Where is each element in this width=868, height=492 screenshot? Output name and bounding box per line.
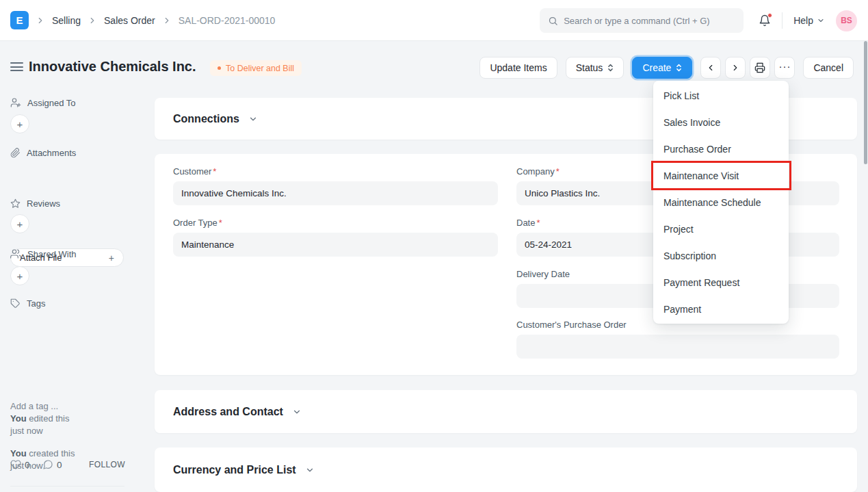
assigned-to-label: Assigned To bbox=[27, 98, 76, 108]
attachments-section: Attachments bbox=[10, 148, 76, 158]
status-dropdown-button[interactable]: Status bbox=[566, 57, 624, 79]
plus-icon: + bbox=[109, 253, 114, 263]
create-dropdown-button[interactable]: Create bbox=[632, 57, 692, 79]
required-marker: * bbox=[556, 166, 560, 177]
navbar: E Selling Sales Order SAL-ORD-2021-00010 bbox=[0, 0, 868, 41]
chevron-left-icon bbox=[706, 63, 715, 73]
search-input[interactable] bbox=[564, 16, 735, 26]
more-menu-button[interactable]: ··· bbox=[774, 57, 795, 79]
customer-label: Customer* bbox=[173, 166, 498, 177]
help-menu[interactable]: Help bbox=[793, 15, 825, 26]
menu-item-purchase-order[interactable]: Purchase Order bbox=[653, 135, 789, 162]
status-badge: To Deliver and Bill bbox=[210, 60, 302, 76]
activity-action: edited this bbox=[29, 413, 69, 424]
connections-title: Connections bbox=[173, 113, 239, 125]
reviews-section: Reviews bbox=[10, 198, 60, 209]
print-button[interactable] bbox=[750, 57, 770, 79]
activity-entry: You created this just now bbox=[10, 448, 133, 472]
customer-po-field: Customer's Purchase Order bbox=[516, 320, 839, 359]
shared-with-label: Shared With bbox=[27, 249, 77, 259]
sales-order-page: E Selling Sales Order SAL-ORD-2021-00010 bbox=[0, 0, 868, 492]
activity-time: just now bbox=[10, 460, 133, 472]
menu-item-maintenance-schedule[interactable]: Maintenance Schedule bbox=[653, 189, 789, 216]
paperclip-icon bbox=[10, 148, 21, 158]
activity-actor: You bbox=[10, 448, 27, 458]
update-items-button[interactable]: Update Items bbox=[479, 57, 557, 79]
cancel-button[interactable]: Cancel bbox=[803, 57, 854, 79]
header-actions: Update Items Status Create bbox=[479, 57, 854, 79]
required-marker: * bbox=[536, 218, 540, 228]
reviews-label: Reviews bbox=[27, 198, 60, 209]
chevron-down-icon bbox=[305, 465, 315, 475]
required-marker: * bbox=[213, 166, 216, 177]
user-plus-icon bbox=[10, 97, 21, 108]
create-dropdown-menu: Pick List Sales Invoice Purchase Order M… bbox=[653, 81, 789, 324]
divider bbox=[10, 486, 124, 487]
prev-document-button[interactable] bbox=[700, 57, 721, 79]
chevron-down-icon bbox=[817, 16, 825, 25]
breadcrumb-selling[interactable]: Selling bbox=[52, 15, 81, 26]
menu-item-sales-invoice[interactable]: Sales Invoice bbox=[653, 109, 789, 135]
notification-dot bbox=[767, 13, 772, 18]
menu-item-payment[interactable]: Payment bbox=[653, 296, 789, 322]
search-icon bbox=[548, 16, 558, 26]
app-logo-icon[interactable]: E bbox=[10, 11, 29, 29]
tags-section: Tags bbox=[10, 298, 45, 309]
share-button[interactable]: + bbox=[10, 266, 29, 285]
ellipsis-icon: ··· bbox=[778, 61, 791, 75]
activity-action: created this bbox=[29, 448, 75, 458]
breadcrumb-document-id: SAL-ORD-2021-00010 bbox=[179, 15, 276, 26]
add-tag-input[interactable]: Add a tag ... bbox=[10, 401, 58, 411]
create-button-label: Create bbox=[642, 62, 671, 73]
chevron-right-icon bbox=[36, 16, 45, 25]
printer-icon bbox=[754, 62, 765, 73]
users-icon bbox=[10, 248, 21, 259]
star-icon bbox=[10, 198, 21, 209]
assigned-to-section: Assigned To bbox=[10, 97, 76, 108]
customer-po-input[interactable] bbox=[516, 335, 839, 359]
notifications-button[interactable] bbox=[759, 14, 771, 27]
menu-item-maintenance-visit[interactable]: Maintenance Visit bbox=[653, 162, 789, 189]
status-dot-icon bbox=[218, 66, 221, 70]
chevron-down-icon bbox=[292, 407, 302, 417]
activity-time: just now bbox=[10, 425, 133, 437]
customer-field: Customer* Innovative Chemicals Inc. bbox=[173, 166, 498, 205]
menu-item-payment-request[interactable]: Payment Request bbox=[653, 269, 789, 296]
add-review-button[interactable]: + bbox=[10, 214, 29, 233]
order-type-input[interactable]: Maintenance bbox=[173, 233, 498, 257]
chevron-down-icon bbox=[248, 114, 258, 124]
currency-price-title: Currency and Price List bbox=[173, 464, 296, 476]
sidebar-toggle-icon[interactable] bbox=[10, 62, 23, 74]
currency-price-section-card: Currency and Price List bbox=[155, 448, 857, 492]
menu-item-subscription[interactable]: Subscription bbox=[653, 242, 789, 269]
shared-with-section: Shared With bbox=[10, 248, 77, 259]
chevron-right-icon bbox=[88, 16, 97, 25]
required-marker: * bbox=[219, 218, 222, 228]
breadcrumb: E Selling Sales Order SAL-ORD-2021-00010 bbox=[0, 11, 275, 29]
sidebar: Assigned To + Attachments Attach File + … bbox=[0, 83, 145, 492]
avatar[interactable]: BS bbox=[836, 10, 857, 31]
breadcrumb-sales-order[interactable]: Sales Order bbox=[104, 15, 155, 26]
chevron-right-icon bbox=[731, 63, 740, 73]
next-document-button[interactable] bbox=[725, 57, 746, 79]
tags-label: Tags bbox=[27, 298, 45, 309]
status-button-label: Status bbox=[576, 62, 603, 73]
address-contact-section-card: Address and Contact bbox=[155, 390, 857, 433]
global-search[interactable] bbox=[540, 8, 744, 33]
order-type-field: Order Type* Maintenance bbox=[173, 218, 498, 257]
order-type-label: Order Type* bbox=[173, 218, 498, 228]
currency-price-section-toggle[interactable]: Currency and Price List bbox=[155, 448, 857, 492]
select-chevrons-icon bbox=[676, 63, 682, 73]
address-contact-title: Address and Contact bbox=[173, 406, 283, 418]
menu-item-pick-list[interactable]: Pick List bbox=[653, 82, 789, 109]
add-assignment-button[interactable]: + bbox=[10, 114, 29, 133]
page-title: Innovative Chemicals Inc. bbox=[29, 59, 196, 75]
status-label: To Deliver and Bill bbox=[226, 64, 294, 73]
customer-input[interactable]: Innovative Chemicals Inc. bbox=[173, 181, 498, 205]
select-chevrons-icon bbox=[607, 63, 614, 73]
activity-actor: You bbox=[10, 413, 27, 424]
chevron-right-icon bbox=[162, 16, 172, 25]
menu-item-project[interactable]: Project bbox=[653, 216, 789, 242]
address-contact-section-toggle[interactable]: Address and Contact bbox=[155, 390, 857, 433]
vertical-scrollbar[interactable] bbox=[864, 41, 867, 164]
